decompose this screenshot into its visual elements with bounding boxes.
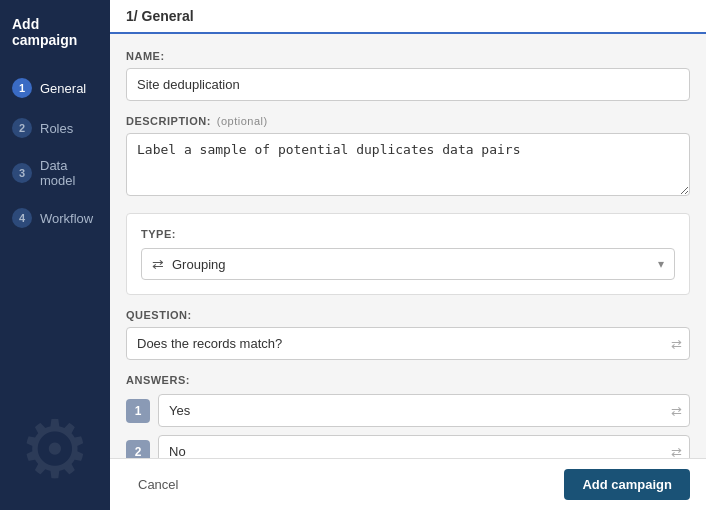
form-content: NAME: DESCRIPTION: (optional) Label a sa… <box>110 34 706 458</box>
sidebar-item-label-datamodel: Data model <box>40 158 98 188</box>
sidebar-item-datamodel[interactable]: 3 Data model <box>0 148 110 198</box>
question-input-icon: ⇄ <box>671 336 682 351</box>
description-textarea[interactable]: Label a sample of potential duplicates d… <box>126 133 690 196</box>
description-field-group: DESCRIPTION: (optional) Label a sample o… <box>126 115 690 199</box>
sidebar-gear-icon: ⚙ <box>19 410 91 490</box>
name-field-group: NAME: <box>126 50 690 101</box>
add-campaign-button[interactable]: Add campaign <box>564 469 690 500</box>
answers-section: ANSWERS: 1 ⇄ 2 ⇄ 3 ⇄ <box>126 374 690 458</box>
step-badge-1: 1 <box>12 78 32 98</box>
answer-num-1: 1 <box>126 399 150 423</box>
answers-label: ANSWERS: <box>126 374 690 386</box>
sidebar-item-workflow[interactable]: 4 Workflow <box>0 198 110 238</box>
answer-input-wrap-2: ⇄ <box>158 435 690 458</box>
step-badge-3: 3 <box>12 163 32 183</box>
footer: Cancel Add campaign <box>110 458 706 510</box>
sidebar-item-roles[interactable]: 2 Roles <box>0 108 110 148</box>
sidebar-title: Add campaign <box>0 16 110 68</box>
name-input[interactable] <box>126 68 690 101</box>
sidebar-item-general[interactable]: 1 General <box>0 68 110 108</box>
step-badge-4: 4 <box>12 208 32 228</box>
answer-input-wrap-1: ⇄ <box>158 394 690 427</box>
answer-input-2[interactable] <box>158 435 690 458</box>
chevron-down-icon: ▾ <box>658 257 664 271</box>
answer-row-1: 1 ⇄ <box>126 394 690 427</box>
type-select-wrapper: ⇄ Grouping ▾ <box>141 248 675 280</box>
question-input-wrapper: ⇄ <box>126 327 690 360</box>
page-header: 1/ General <box>110 0 706 34</box>
type-label: TYPE: <box>141 228 675 240</box>
sidebar-item-label-roles: Roles <box>40 121 73 136</box>
type-box: TYPE: ⇄ Grouping ▾ <box>126 213 690 295</box>
answer-input-1[interactable] <box>158 394 690 427</box>
grouping-icon: ⇄ <box>152 256 164 272</box>
cancel-button[interactable]: Cancel <box>126 471 190 498</box>
answer-2-icon: ⇄ <box>671 444 682 458</box>
sidebar-item-label-general: General <box>40 81 86 96</box>
answer-row-2: 2 ⇄ <box>126 435 690 458</box>
name-label: NAME: <box>126 50 690 62</box>
answer-1-icon: ⇄ <box>671 403 682 418</box>
page-title: 1/ General <box>126 8 194 24</box>
question-label: QUESTION: <box>126 309 690 321</box>
description-optional: (optional) <box>217 115 268 127</box>
type-select[interactable]: ⇄ Grouping ▾ <box>141 248 675 280</box>
step-badge-2: 2 <box>12 118 32 138</box>
main-content: 1/ General NAME: DESCRIPTION: (optional)… <box>110 0 706 510</box>
type-select-text: Grouping <box>172 257 650 272</box>
sidebar-item-label-workflow: Workflow <box>40 211 93 226</box>
question-input[interactable] <box>126 327 690 360</box>
answer-num-2: 2 <box>126 440 150 459</box>
question-field-group: QUESTION: ⇄ <box>126 309 690 360</box>
sidebar: Add campaign 1 General 2 Roles 3 Data mo… <box>0 0 110 510</box>
description-label: DESCRIPTION: (optional) <box>126 115 690 127</box>
